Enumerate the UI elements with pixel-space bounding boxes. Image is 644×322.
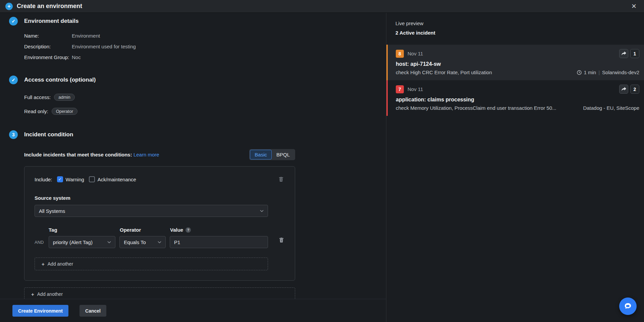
operator-column-header: Operator: [120, 227, 170, 233]
step-number: 3: [9, 130, 18, 139]
severity-badge: 7: [396, 85, 404, 93]
severity-badge: 8: [396, 50, 404, 58]
field-environment-group: Environment Group: Noc: [24, 54, 386, 61]
field-label: Name:: [24, 32, 72, 39]
field-value: Environment used for testing: [72, 43, 136, 50]
incident-card[interactable]: 7 Nov 11 2 application: claims processin…: [386, 80, 644, 116]
field-value: Noc: [72, 54, 81, 61]
create-environment-button[interactable]: Create Environment: [12, 305, 68, 317]
plus-icon: +: [31, 291, 34, 297]
tab-bpql[interactable]: BPQL: [272, 150, 294, 159]
add-condition-button[interactable]: + Add another: [35, 258, 268, 270]
share-count-badge: 2: [630, 85, 639, 94]
source-system-value: All Systems: [39, 208, 65, 214]
add-environment-icon: +: [5, 3, 13, 10]
full-access-row: Full access: admin: [24, 93, 386, 101]
field-description: Description: Environment used for testin…: [24, 43, 386, 50]
form-footer: Create Environment Cancel: [0, 299, 386, 322]
mode-toggle: Basic BPQL: [249, 149, 295, 160]
read-only-row: Read only: Operator: [24, 107, 386, 116]
share-icon[interactable]: [619, 49, 628, 58]
conditions-label: Include incidents that meet these condit…: [24, 152, 132, 157]
live-preview-title: Live preview: [395, 20, 644, 26]
field-name: Name: Environment: [24, 32, 386, 39]
incident-date: Nov 11: [408, 86, 423, 92]
and-operator-label: AND: [35, 240, 49, 245]
add-condition-group-label: Add another: [37, 291, 63, 297]
tab-basic[interactable]: Basic: [250, 150, 272, 159]
form-panel: ✓ Environment details Name: Environment …: [0, 13, 386, 322]
source-system-label: Source system: [35, 195, 295, 201]
active-incident-count: 2 Active incident: [395, 30, 644, 36]
clock-icon: [577, 70, 582, 75]
share-count-badge: 1: [630, 49, 639, 58]
incident-card[interactable]: 8 Nov 11 1 host: api-7124-sw check High …: [386, 45, 644, 80]
share-icon[interactable]: [619, 85, 628, 94]
section-incident-condition: 3 Incident condition Include incidents t…: [9, 130, 386, 299]
checkbox-unchecked-icon[interactable]: [89, 176, 95, 182]
chevron-down-icon: [107, 241, 111, 243]
section-title: Access controls (optional): [24, 77, 96, 83]
delete-condition-icon[interactable]: [278, 236, 285, 245]
incident-title: host: api-7124-sw: [396, 61, 639, 67]
cancel-button[interactable]: Cancel: [79, 305, 106, 317]
page-title: Create an environment: [17, 3, 82, 10]
incident-title: application: claims processing: [396, 97, 639, 103]
tag-select[interactable]: priority (Alert Tag): [49, 236, 115, 248]
condition-group: Include: ✓ Warning Ack/maintenance: [24, 166, 295, 281]
step-complete-icon: ✓: [9, 17, 18, 26]
include-label: Include:: [35, 177, 52, 182]
ack-maintenance-checkbox[interactable]: Ack/maintenance: [89, 176, 136, 182]
close-icon[interactable]: ✕: [629, 2, 639, 11]
section-environment-details: ✓ Environment details Name: Environment …: [9, 17, 386, 61]
section-access-controls: ✓ Access controls (optional) Full access…: [9, 76, 386, 116]
warning-checkbox[interactable]: ✓ Warning: [57, 176, 84, 182]
section-title: Environment details: [24, 18, 78, 25]
help-icon[interactable]: ?: [185, 227, 191, 233]
chat-icon: [624, 302, 632, 311]
warning-checkbox-label[interactable]: Warning: [66, 177, 84, 182]
live-preview-panel: Live preview 2 Active incident 8 Nov 11 …: [386, 13, 644, 322]
incident-time: 1 min: [584, 70, 596, 75]
tag-column-header: Tag: [49, 227, 120, 233]
add-condition-group-button[interactable]: + Add another: [24, 287, 295, 299]
topbar: + Create an environment ✕: [0, 0, 644, 13]
ack-maintenance-checkbox-label[interactable]: Ack/maintenance: [98, 177, 136, 182]
meta-separator: |: [598, 70, 600, 75]
incident-source: Datadog - EU, SiteScope: [583, 105, 639, 111]
source-system-select[interactable]: All Systems: [35, 205, 268, 217]
chat-launcher-button[interactable]: [619, 297, 637, 315]
incident-date: Nov 11: [408, 51, 423, 56]
incident-source: Solarwinds-dev2: [602, 70, 639, 75]
delete-group-icon[interactable]: [277, 175, 285, 184]
learn-more-link[interactable]: Learn more: [133, 152, 159, 157]
field-label: Description:: [24, 43, 72, 50]
checkbox-checked-icon[interactable]: ✓: [57, 176, 63, 182]
operator-select[interactable]: Equals To: [119, 236, 166, 248]
conditions-caption: Include incidents that meet these condit…: [24, 152, 159, 157]
full-access-role-badge: admin: [54, 94, 74, 101]
full-access-label: Full access:: [24, 94, 51, 100]
add-condition-label: Add another: [48, 261, 73, 267]
section-title: Incident condition: [24, 131, 73, 138]
tag-select-value: priority (Alert Tag): [53, 239, 93, 245]
value-column-header: Value: [170, 227, 183, 233]
chevron-down-icon: [158, 241, 161, 243]
plus-icon: +: [42, 261, 45, 267]
field-value: Environment: [72, 32, 100, 39]
incident-description: check Memory Utilization, ProcessClaim e…: [396, 105, 580, 111]
read-only-label: Read only:: [24, 108, 48, 114]
value-input[interactable]: [170, 236, 268, 248]
field-label: Environment Group:: [24, 54, 72, 61]
chevron-down-icon: [260, 210, 264, 212]
incident-description: check High CRC Error Rate, Port utilizat…: [396, 70, 574, 75]
step-complete-icon: ✓: [9, 76, 18, 84]
read-only-role-badge: Operator: [52, 108, 77, 115]
operator-select-value: Equals To: [124, 239, 146, 245]
